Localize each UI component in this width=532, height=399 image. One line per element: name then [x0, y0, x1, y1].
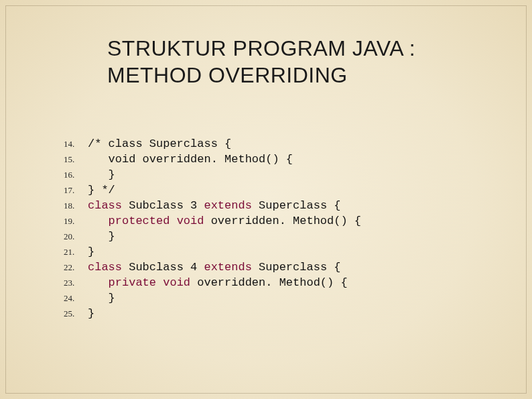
code-text: }	[88, 306, 94, 321]
line-number: 16.	[64, 167, 88, 182]
slide-title-block: STRUKTUR PROGRAM JAVA : METHOD OVERRIDIN…	[107, 35, 505, 89]
code-line: 14./* class Superclass {	[64, 136, 505, 152]
code-text: }	[88, 229, 115, 244]
code-text: protected void overridden. Method() {	[88, 213, 361, 229]
code-line: 25.}	[64, 306, 505, 321]
code-text: void overridden. Method() {	[88, 152, 293, 167]
code-text: }	[88, 167, 115, 182]
line-number: 15.	[64, 152, 88, 167]
line-number: 18.	[64, 198, 88, 213]
code-line: 19. protected void overridden. Method() …	[64, 213, 505, 229]
code-line: 17.} */	[64, 182, 505, 198]
code-line: 18.class Subclass 3 extends Superclass {	[64, 198, 505, 213]
code-line: 23. private void overridden. Method() {	[64, 275, 505, 290]
code-line: 16. }	[64, 167, 505, 182]
line-number: 22.	[64, 260, 88, 275]
line-number: 20.	[64, 229, 88, 244]
line-number: 14.	[64, 136, 88, 152]
line-number: 19.	[64, 213, 88, 229]
code-text: /* class Superclass {	[88, 136, 231, 152]
code-text: class Subclass 3 extends Superclass {	[88, 198, 340, 213]
code-text: }	[88, 244, 94, 260]
slide-title: STRUKTUR PROGRAM JAVA : METHOD OVERRIDIN…	[107, 35, 505, 89]
line-number: 17.	[64, 182, 88, 198]
code-text: private void overridden. Method() {	[88, 275, 348, 290]
code-text: class Subclass 4 extends Superclass {	[88, 260, 340, 275]
line-number: 23.	[64, 275, 88, 290]
line-number: 21.	[64, 244, 88, 260]
code-line: 15. void overridden. Method() {	[64, 152, 505, 167]
code-line: 22.class Subclass 4 extends Superclass {	[64, 260, 505, 275]
code-line: 24. }	[64, 290, 505, 306]
code-line: 21.}	[64, 244, 505, 260]
code-text: }	[88, 290, 115, 306]
code-line: 20. }	[64, 229, 505, 244]
code-block: 14./* class Superclass {15. void overrid…	[64, 136, 505, 321]
line-number: 25.	[64, 306, 88, 321]
line-number: 24.	[64, 290, 88, 306]
code-text: } */	[88, 182, 115, 198]
